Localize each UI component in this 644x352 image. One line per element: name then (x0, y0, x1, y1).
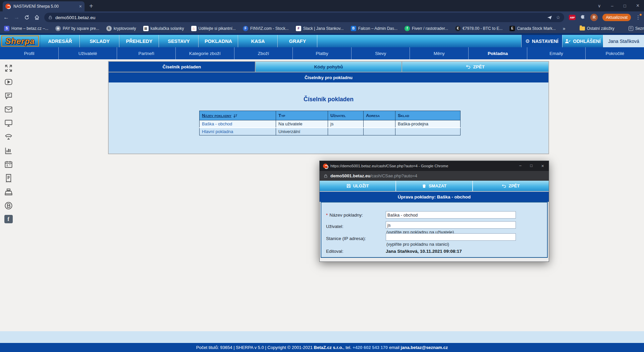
phone-icon[interactable] (4, 132, 13, 141)
calendar-icon[interactable] (4, 160, 13, 169)
bookmark-item[interactable]: SHome – betaz.cz –... (4, 26, 48, 31)
other-bookmarks-button[interactable]: Ostatní záložky (580, 26, 614, 31)
cash-register-link[interactable]: Hlavní pokladna (202, 129, 233, 134)
betaz-icon[interactable] (4, 201, 13, 210)
tab-ciselnik-pokladen[interactable]: Číselník pokladen (109, 62, 256, 72)
nav-item-pokladna[interactable]: POKLADNA (199, 35, 238, 47)
nav-item-adresar[interactable]: ADRESÁŘ (40, 35, 80, 47)
table-row: Baška - obchod Na uživatele js Baška-pro… (200, 120, 461, 128)
logged-in-user: Jana Staňková (603, 35, 644, 47)
sherpa-logo[interactable]: Sherpa (1, 36, 39, 47)
bookmark-item[interactable]: €€7978.00 - BTC to E... (455, 26, 502, 31)
col-typ[interactable]: Typ (276, 111, 328, 120)
maximize-icon[interactable]: □ (624, 3, 626, 8)
subnav-zbozi[interactable]: Zboží (234, 47, 293, 59)
undo-icon (502, 184, 506, 188)
popup-maximize-icon[interactable]: □ (530, 163, 533, 169)
browser-tab[interactable]: NASTAVENÍ Sherpa 5.00 × (3, 1, 85, 11)
popup-header: Úprava pokladny: Baška - obchod (320, 192, 549, 202)
nav-item-nastaveni[interactable]: ⚙ NASTAVENÍ (521, 35, 562, 47)
back-button[interactable]: ZPĚT (472, 181, 549, 191)
profile-avatar[interactable]: R (590, 14, 598, 21)
popup-close-icon[interactable]: × (541, 163, 544, 169)
footer: Počet titulů: 93654 | SHERPA v 5.0 | Cop… (0, 343, 644, 352)
popup-minimize-icon[interactable]: – (519, 163, 522, 169)
url-field[interactable]: demo5001.betaz.eu ☆ (44, 13, 564, 22)
bookmark-item[interactable]: fFiverr / rastotrader... (405, 26, 448, 31)
invoice-icon[interactable] (4, 174, 13, 183)
bookmark-item[interactable]: ▦kalkulačka solanky (143, 26, 184, 31)
bookmark-item[interactable]: ⊕PAY by square pre... (55, 26, 99, 31)
chrome-menu-icon[interactable]: ⋮ (636, 14, 641, 20)
nav-item-grafy[interactable]: GRAFY (278, 35, 317, 47)
popup-titlebar[interactable]: https://demo5001.betaz.eu/cash/CSae.php?… (320, 161, 549, 171)
subnav-meny[interactable]: Měny (410, 47, 469, 59)
tab-zpet[interactable]: ZPĚT (402, 62, 548, 72)
uzivatel-input[interactable] (386, 221, 516, 229)
expand-icon[interactable] (4, 64, 13, 73)
back-icon[interactable]: ← (3, 14, 9, 21)
popup-window-title: https://demo5001.betaz.eu/cash/CSae.php?… (330, 164, 517, 168)
bookmark-item[interactable]: ♨Udělejte si pikantní... (191, 26, 236, 31)
bookmark-item[interactable]: kkryptovoxely (106, 26, 136, 31)
sub-nav: Profil Uživatelé Partneři Kategorie zbož… (0, 47, 644, 59)
col-nazev-pokladny[interactable]: Název pokladny (200, 111, 276, 120)
tab-close-icon[interactable]: × (79, 4, 82, 9)
close-icon[interactable]: × (636, 3, 639, 9)
subnav-kategorie-zbozi[interactable]: Kategorie zboží (176, 47, 234, 59)
nav-item-kasa[interactable]: KASA (238, 35, 278, 47)
nav-item-odhlaseni[interactable]: ODHLÁŠENÍ (562, 35, 603, 47)
bookmark-item[interactable]: #Slack | Jana Stankov... (296, 26, 344, 31)
stanice-input[interactable] (386, 233, 516, 241)
col-sklad[interactable]: Sklad (395, 111, 461, 120)
cash-register-link[interactable]: Baška - obchod (202, 121, 232, 126)
bookmark-item[interactable]: BFalcon – Admin Das... (351, 26, 397, 31)
save-button[interactable]: ULOŽIT (320, 181, 395, 191)
tab-kody-pohybu[interactable]: Kódy pohybů (256, 62, 402, 72)
extensions-puzzle-icon[interactable] (580, 15, 586, 20)
monitor-icon[interactable] (4, 119, 13, 128)
save-icon (346, 184, 351, 188)
footer-email-link[interactable]: jana.betaz@seznam.cz (401, 345, 448, 350)
bookmark-item[interactable]: ECanada Stock Mark... (509, 26, 555, 31)
edited-label: Editoval: (326, 249, 343, 254)
delete-button[interactable]: SMAZAT (395, 181, 472, 191)
home-icon[interactable] (34, 15, 40, 20)
subnav-pokladna[interactable]: Pokladna (469, 47, 527, 59)
subnav-emaily[interactable]: Emaily (527, 47, 586, 59)
subnav-profil[interactable]: Profil (0, 47, 59, 59)
subnav-uzivatele[interactable]: Uživatelé (59, 47, 117, 59)
adblock-extension-icon[interactable]: ABP (569, 15, 576, 20)
tab-search-icon[interactable]: ∨ (598, 3, 601, 8)
subnav-pokrocile[interactable]: Pokročilé (586, 47, 644, 59)
nav-item-sklady[interactable]: SKLADY (80, 35, 119, 47)
reading-list-button[interactable]: Seznam četby (629, 26, 644, 31)
chat-icon[interactable] (4, 91, 13, 100)
nav-item-sestavy[interactable]: SESTAVY (159, 35, 199, 47)
chrome-update-button[interactable]: Aktualizovat (602, 14, 631, 21)
bookmark-star-icon[interactable]: ☆ (556, 15, 560, 20)
forward-icon[interactable]: → (14, 14, 19, 21)
col-adresa[interactable]: Adresa (364, 111, 395, 120)
cash-register-icon[interactable] (4, 187, 13, 196)
col-uzivatel[interactable]: Uživatel (328, 111, 364, 120)
reload-icon[interactable] (24, 15, 30, 20)
video-icon[interactable] (4, 77, 13, 86)
subnav-slevy[interactable]: Slevy (352, 47, 410, 59)
send-icon[interactable] (547, 15, 552, 20)
chart-icon[interactable] (4, 146, 13, 155)
new-tab-button[interactable]: + (89, 2, 93, 10)
facebook-icon[interactable]: f (4, 215, 13, 223)
bookmarks-overflow-icon[interactable]: » (563, 26, 566, 31)
url-actions: ☆ (547, 15, 560, 20)
table-row: Hlavní pokladna Univerzální (200, 128, 461, 135)
mail-icon[interactable] (4, 105, 13, 114)
bookmark-item[interactable]: FFINVIZ.com - Stock... (243, 26, 289, 31)
screen: NASTAVENÍ Sherpa 5.00 × + ∨ – □ × ← → de… (0, 0, 644, 352)
nav-item-prehledy[interactable]: PŘEHLEDY (119, 35, 159, 47)
popup-form: *Název pokladny: Uživatel: (vyplňte pro … (321, 202, 548, 258)
subnav-platby[interactable]: Platby (293, 47, 352, 59)
nazev-pokladny-input[interactable] (386, 211, 516, 219)
subnav-partneri[interactable]: Partneři (117, 47, 176, 59)
minimize-icon[interactable]: – (611, 3, 613, 8)
